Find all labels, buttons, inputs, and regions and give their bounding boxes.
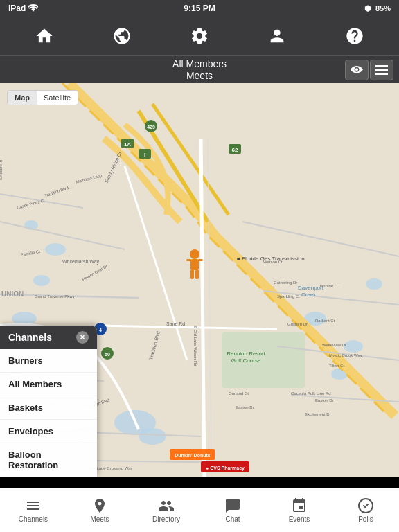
svg-rect-73 [190, 269, 194, 279]
tab-chat[interactable]: Chat [205, 497, 260, 523]
view-controls [345, 60, 393, 80]
hamburger-icon [375, 65, 388, 75]
polls-icon [357, 497, 374, 514]
svg-text:Reunion Resort: Reunion Resort [227, 351, 265, 357]
svg-text:Tilton Ct: Tilton Ct [329, 364, 344, 368]
map-toggle: Map Satellite [7, 90, 78, 105]
home-icon [35, 26, 54, 46]
top-nav [0, 17, 399, 55]
help-button[interactable] [339, 21, 370, 51]
channels-panel: Channels × Burners All Members Baskets E… [0, 326, 97, 477]
svg-text:429: 429 [147, 125, 155, 130]
home-button[interactable] [29, 21, 60, 51]
tab-polls[interactable]: Polls [338, 497, 393, 523]
map-container[interactable]: Sandy Ridge Dr Tradition Blvd Sane Rd S … [0, 83, 399, 477]
svg-text:60: 60 [105, 352, 110, 357]
bluetooth-icon: ⬢ [364, 4, 371, 13]
satellite-button[interactable]: Satellite [37, 91, 78, 105]
svg-text:Golf Course: Golf Course [231, 357, 261, 364]
channel-item-all-members[interactable]: All Members [0, 373, 97, 396]
battery-level: 85% [375, 4, 391, 12]
channel-item-balloon-restoration[interactable]: Balloon Restoration [0, 443, 97, 477]
person-button[interactable] [262, 21, 292, 51]
page-title: All Members Meets [172, 58, 227, 82]
directory-icon [158, 497, 175, 514]
list-icon [25, 497, 42, 514]
tab-directory[interactable]: Directory [139, 497, 194, 523]
svg-text:Excitement Dr: Excitement Dr [305, 412, 331, 416]
svg-rect-74 [195, 269, 199, 279]
svg-text:S Old Lake Wilson Rd: S Old Lake Wilson Rd [193, 326, 197, 366]
svg-point-13 [366, 278, 382, 290]
eye-icon [351, 66, 363, 74]
svg-text:Osceola Polk Line Rd: Osceola Polk Line Rd [291, 391, 331, 396]
svg-rect-71 [186, 259, 191, 261]
svg-text:62: 62 [232, 147, 238, 153]
svg-text:Creek: Creek [301, 292, 317, 298]
svg-text:Sinclair Rd: Sinclair Rd [0, 160, 3, 180]
svg-text:Gathering Dr: Gathering Dr [274, 281, 297, 285]
svg-text:Radiant Ct: Radiant Ct [315, 319, 335, 323]
svg-text:Easton Dr: Easton Dr [236, 405, 254, 409]
tab-meets[interactable]: Meets [72, 497, 127, 523]
svg-rect-72 [198, 259, 203, 261]
eye-button[interactable] [345, 60, 369, 80]
bottom-tab-bar: Channels Meets Directory Chat Events Pol… [0, 488, 399, 532]
svg-text:I: I [144, 152, 145, 158]
svg-text:Sparkling Ct: Sparkling Ct [277, 294, 300, 299]
svg-point-6 [45, 243, 66, 256]
person-icon [267, 26, 287, 46]
status-time: 9:15 PM [184, 3, 215, 13]
status-left: iPad [8, 3, 38, 13]
svg-text:Jennifer L...: Jennifer L... [319, 284, 341, 288]
status-bar: iPad 9:15 PM ⬢ 85% [0, 0, 399, 17]
svg-point-11 [344, 340, 363, 353]
ipad-label: iPad [8, 3, 26, 13]
channels-header: Channels × [0, 326, 97, 349]
svg-text:UNION: UNION [1, 290, 24, 298]
svg-point-5 [33, 275, 50, 286]
settings-button[interactable] [184, 21, 215, 51]
person-marker [184, 249, 206, 282]
location-icon [91, 497, 108, 514]
channel-item-burners[interactable]: Burners [0, 349, 97, 373]
svg-text:Watson Ct: Watson Ct [263, 260, 283, 264]
globe-icon [112, 26, 132, 46]
svg-text:Goshen Dr: Goshen Dr [287, 322, 308, 326]
svg-text:Sane Rd: Sane Rd [166, 321, 185, 326]
svg-text:Whitemarsh Way: Whitemarsh Way [62, 259, 100, 265]
svg-rect-2 [375, 73, 388, 75]
svg-text:Grand Traverse Pkwy: Grand Traverse Pkwy [35, 294, 75, 299]
svg-point-69 [190, 249, 200, 259]
svg-text:● CVS Pharmacy: ● CVS Pharmacy [206, 466, 245, 471]
status-right: ⬢ 85% [364, 4, 391, 13]
svg-text:4: 4 [99, 328, 102, 332]
map-button[interactable]: Map [8, 91, 37, 105]
settings-icon [190, 26, 209, 46]
wifi-icon [28, 4, 38, 12]
channels-title: Channels [8, 332, 52, 343]
tab-channels[interactable]: Channels [6, 497, 61, 523]
svg-rect-1 [375, 69, 388, 71]
menu-button[interactable] [370, 60, 393, 80]
person-figure [184, 249, 206, 282]
svg-point-9 [139, 428, 166, 445]
svg-text:Wakeview Dr: Wakeview Dr [322, 343, 346, 347]
svg-text:Mystic Brook Way: Mystic Brook Way [329, 353, 362, 357]
svg-text:1A: 1A [124, 141, 131, 148]
svg-rect-0 [375, 65, 388, 66]
calendar-icon [291, 497, 308, 514]
svg-text:Dunkin' Donuts: Dunkin' Donuts [175, 453, 211, 458]
channels-close-button[interactable]: × [76, 331, 89, 344]
svg-text:Ourland Ct: Ourland Ct [229, 391, 249, 396]
svg-rect-70 [190, 259, 199, 270]
svg-text:Euston Dr: Euston Dr [315, 398, 334, 402]
chat-icon [224, 497, 241, 514]
tab-events[interactable]: Events [272, 497, 327, 523]
question-icon [345, 26, 364, 46]
title-bar: All Members Meets [0, 55, 399, 83]
globe-button[interactable] [107, 21, 137, 51]
channel-item-baskets[interactable]: Baskets [0, 396, 97, 420]
channel-item-envelopes[interactable]: Envelopes [0, 420, 97, 443]
